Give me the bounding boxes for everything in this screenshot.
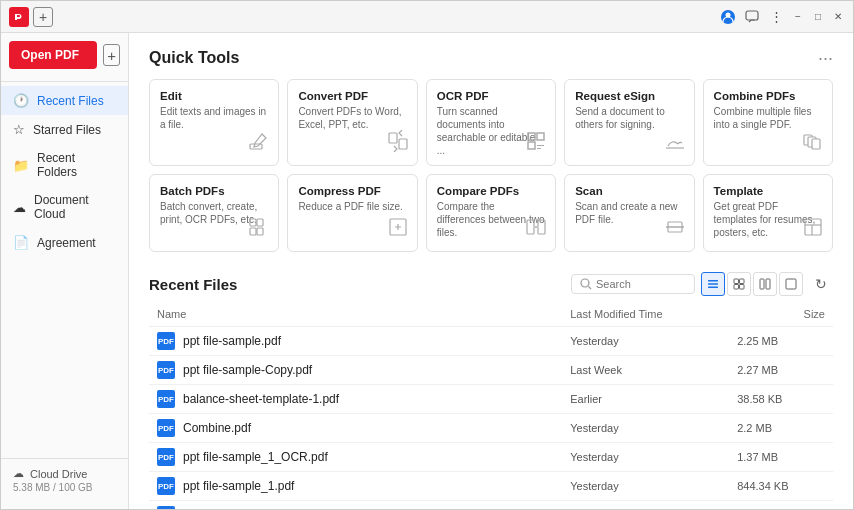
- svg-line-27: [589, 287, 592, 290]
- table-row[interactable]: PDF ppt file-sample_1_OCR.pdf ☆ ↑ ··· Ye…: [149, 443, 833, 472]
- recent-files-title: Recent Files: [149, 276, 237, 293]
- svg-rect-15: [257, 219, 263, 226]
- sidebar-item-starred-files[interactable]: ☆ Starred Files: [1, 115, 128, 144]
- svg-rect-33: [734, 285, 739, 290]
- table-row[interactable]: PDF balance-sheet-template-1.pdf ☆ ↑ ···…: [149, 385, 833, 414]
- close-button[interactable]: ✕: [831, 10, 845, 24]
- tool-card-compress-pdf[interactable]: Compress PDF Reduce a PDF file size.: [287, 174, 417, 252]
- recent-files-header: Recent Files: [149, 272, 833, 296]
- new-tab-button[interactable]: +: [33, 7, 53, 27]
- sidebar-item-label: Recent Folders: [37, 151, 116, 179]
- tool-desc: Reduce a PDF file size.: [298, 200, 406, 213]
- share-button[interactable]: ↑: [342, 361, 360, 379]
- svg-rect-36: [766, 279, 770, 289]
- table-row[interactable]: PDF ppt file-sample-Copy.pdf ☆ ↑ ··· Las…: [149, 356, 833, 385]
- detail-view-button[interactable]: [753, 272, 777, 296]
- more-button[interactable]: ···: [366, 506, 384, 509]
- svg-rect-9: [528, 142, 535, 149]
- file-size: 2.25 MB: [737, 335, 778, 347]
- share-button[interactable]: ↑: [311, 332, 329, 350]
- more-button[interactable]: ···: [333, 332, 351, 350]
- tool-title: Batch PDFs: [160, 185, 268, 197]
- cloud-drive-title[interactable]: ☁ Cloud Drive: [13, 467, 116, 480]
- sidebar-item-document-cloud[interactable]: ☁ Document Cloud: [1, 186, 128, 228]
- recent-folders-icon: 📁: [13, 158, 29, 173]
- tool-desc: Edit texts and images in a file.: [160, 105, 268, 131]
- star-button[interactable]: ☆: [289, 332, 307, 350]
- star-button[interactable]: ☆: [347, 390, 365, 408]
- chat-icon[interactable]: [743, 8, 761, 26]
- user-icon[interactable]: [719, 8, 737, 26]
- file-name: Combine.pdf: [183, 421, 251, 435]
- more-button[interactable]: ···: [380, 448, 398, 466]
- file-size: 2.2 MB: [737, 422, 772, 434]
- tool-desc: Send a document to others for signing.: [575, 105, 683, 131]
- table-row[interactable]: PDF ppt file-sample.pdf ☆ ↑ ··· Yesterda…: [149, 327, 833, 356]
- tool-card-convert-pdf[interactable]: Convert PDF Convert PDFs to Word, Excel,…: [287, 79, 417, 166]
- agreement-icon: 📄: [13, 235, 29, 250]
- svg-rect-19: [527, 220, 534, 234]
- share-button[interactable]: ↑: [369, 390, 387, 408]
- maximize-button[interactable]: □: [811, 10, 825, 24]
- refresh-button[interactable]: ↻: [809, 272, 833, 296]
- open-pdf-button[interactable]: Open PDF: [9, 41, 97, 69]
- share-button[interactable]: ↑: [358, 448, 376, 466]
- file-icon: PDF: [157, 506, 175, 509]
- more-button[interactable]: ···: [303, 419, 321, 437]
- share-button[interactable]: ↑: [281, 419, 299, 437]
- tool-card-batch-pdfs[interactable]: Batch PDFs Batch convert, create, print,…: [149, 174, 279, 252]
- more-button[interactable]: ···: [391, 390, 409, 408]
- table-row[interactable]: PDF ppt file-sample_OCR.pdf ☆ ↑ ··· Yest…: [149, 501, 833, 510]
- tool-card-scan[interactable]: Scan Scan and create a new PDF file.: [564, 174, 694, 252]
- file-icon: PDF: [157, 448, 175, 466]
- col-modified: Last Modified Time: [562, 304, 729, 327]
- tool-title: Request eSign: [575, 90, 683, 102]
- sidebar-item-agreement[interactable]: 📄 Agreement: [1, 228, 128, 257]
- star-button[interactable]: ☆: [259, 419, 277, 437]
- file-size: 844.34 KB: [737, 480, 788, 492]
- svg-rect-8: [537, 133, 544, 140]
- tool-desc: Convert PDFs to Word, Excel, PPT, etc.: [298, 105, 406, 131]
- tool-card-compare-pdfs[interactable]: Compare PDFs Compare the differences bet…: [426, 174, 556, 252]
- table-row[interactable]: PDF ppt file-sample_1.pdf ☆ ↑ ··· Yester…: [149, 472, 833, 501]
- file-name: ppt file-sample_1_OCR.pdf: [183, 450, 328, 464]
- star-button[interactable]: ☆: [302, 477, 320, 495]
- search-input[interactable]: [596, 278, 686, 290]
- tool-card-combine-pdfs[interactable]: Combine PDFs Combine multiple files into…: [703, 79, 833, 166]
- quick-tools-more-button[interactable]: ···: [818, 49, 833, 67]
- convert-tool-icon: [387, 130, 409, 157]
- share-button[interactable]: ↑: [324, 477, 342, 495]
- sidebar-item-recent-files[interactable]: 🕐 Recent Files: [1, 86, 128, 115]
- table-row[interactable]: PDF Combine.pdf ☆ ↑ ··· Yesterday 2.2 MB: [149, 414, 833, 443]
- star-button[interactable]: ☆: [336, 448, 354, 466]
- template-tool-icon: [802, 216, 824, 243]
- open-pdf-label: Open PDF: [21, 48, 79, 62]
- edit-tool-icon: [248, 130, 270, 157]
- star-button[interactable]: ☆: [320, 361, 338, 379]
- tool-card-template[interactable]: Template Get great PDF templates for res…: [703, 174, 833, 252]
- tool-card-ocr-pdf[interactable]: OCR PDF Turn scanned documents into sear…: [426, 79, 556, 166]
- file-modified: Yesterday: [570, 451, 619, 463]
- minimize-button[interactable]: −: [791, 10, 805, 24]
- more-button[interactable]: ···: [364, 361, 382, 379]
- tool-card-request-esign[interactable]: Request eSign Send a document to others …: [564, 79, 694, 166]
- search-box[interactable]: [571, 274, 695, 294]
- svg-rect-31: [734, 279, 739, 284]
- sidebar-item-recent-folders[interactable]: 📁 Recent Folders: [1, 144, 128, 186]
- svg-rect-13: [812, 139, 820, 149]
- sidebar-item-label: Agreement: [37, 236, 96, 250]
- svg-rect-32: [740, 279, 745, 284]
- tool-card-edit[interactable]: Edit Edit texts and images in a file.: [149, 79, 279, 166]
- more-button[interactable]: ···: [346, 477, 364, 495]
- svg-rect-16: [250, 228, 256, 235]
- list-view-button[interactable]: [701, 272, 725, 296]
- file-modified: Last Week: [570, 364, 622, 376]
- sort-button[interactable]: [779, 272, 803, 296]
- file-size: 1.37 MB: [737, 451, 778, 463]
- star-button[interactable]: ☆: [322, 506, 340, 509]
- titlebar: + ⋮ − □ ✕: [1, 1, 853, 33]
- share-button[interactable]: ↑: [344, 506, 362, 509]
- more-icon[interactable]: ⋮: [767, 8, 785, 26]
- grid-view-button[interactable]: [727, 272, 751, 296]
- add-button[interactable]: +: [103, 44, 120, 66]
